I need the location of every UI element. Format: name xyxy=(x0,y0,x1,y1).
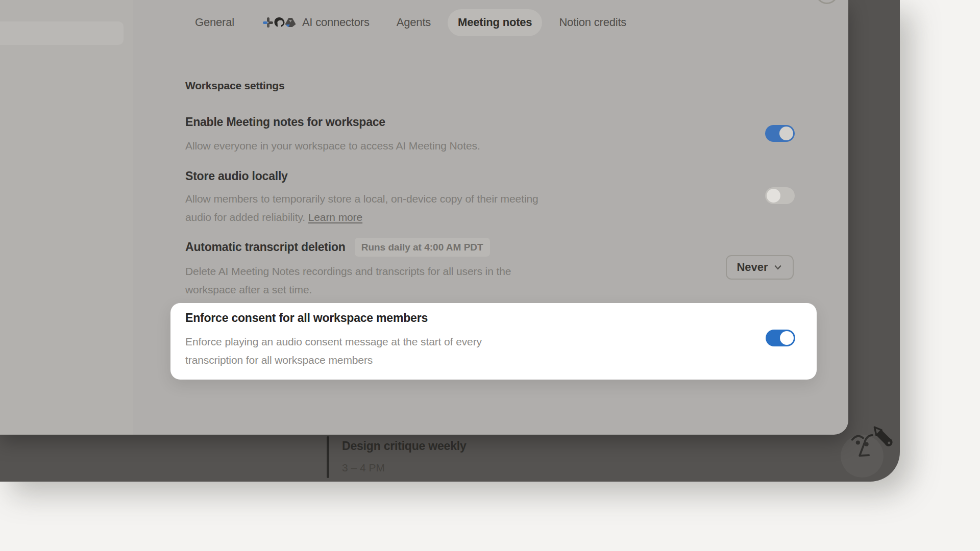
enable-meeting-notes-title: Enable Meeting notes for workspace xyxy=(185,115,385,129)
drive-icon xyxy=(284,16,297,29)
store-audio-description-line2-text: audio for added reliability. xyxy=(185,211,308,223)
enable-meeting-notes-description: Allow everyone in your workspace to acce… xyxy=(185,137,480,155)
tab-ai-connectors-label: AI connectors xyxy=(302,16,370,29)
store-audio-toggle[interactable] xyxy=(765,187,795,204)
section-heading: Workspace settings xyxy=(185,80,284,92)
enforce-consent-title: Enforce consent for all workspace member… xyxy=(185,311,428,325)
screen: Design critique weekly 3 – 4 PM xyxy=(0,0,980,551)
settings-tab-bar: General xyxy=(185,9,636,36)
notion-face-pencil-icon xyxy=(840,421,897,479)
sidebar-selected-item[interactable] xyxy=(0,21,124,45)
connector-icons xyxy=(261,16,297,29)
tab-meeting-notes[interactable]: Meeting notes xyxy=(448,9,542,36)
transcript-deletion-description-line2: workspace after a set time. xyxy=(185,281,511,299)
toggle-knob xyxy=(767,189,780,203)
transcript-deletion-description: Delete AI Meeting Notes recordings and t… xyxy=(185,262,511,299)
store-audio-description-line2: audio for added reliability. Learn more xyxy=(185,208,538,227)
enforce-consent-description-line1: Enforce playing an audio consent message… xyxy=(185,333,482,351)
deletion-interval-value: Never xyxy=(737,261,768,274)
enforce-consent-description-line2: transcription for all workspace members xyxy=(185,351,482,369)
schedule-badge: Runs daily at 4:00 AM PDT xyxy=(355,238,490,257)
chevron-down-icon xyxy=(773,262,783,272)
deletion-interval-dropdown[interactable]: Never xyxy=(726,255,794,280)
calendar-event-color-bar xyxy=(327,436,329,478)
setting-row-enforce-consent: Enforce consent for all workspace member… xyxy=(170,303,817,380)
settings-sidebar xyxy=(0,0,133,435)
toggle-knob xyxy=(780,331,794,345)
settings-modal: General xyxy=(0,0,848,435)
transcript-deletion-header: Automatic transcript deletion Runs daily… xyxy=(185,238,490,257)
transcript-deletion-description-line1: Delete AI Meeting Notes recordings and t… xyxy=(185,262,511,281)
transcript-deletion-title: Automatic transcript deletion xyxy=(185,240,346,254)
store-audio-description: Allow members to temporarily store a loc… xyxy=(185,190,538,227)
enforce-consent-toggle[interactable] xyxy=(766,330,795,346)
store-audio-title: Store audio locally xyxy=(185,169,288,183)
calendar-event-title: Design critique weekly xyxy=(342,439,467,453)
tab-ai-connectors[interactable]: AI connectors xyxy=(251,9,380,36)
clipped-button-arc xyxy=(816,0,838,4)
store-audio-description-line1: Allow members to temporarily store a loc… xyxy=(185,190,538,208)
tab-agents[interactable]: Agents xyxy=(386,9,441,36)
toggle-knob xyxy=(779,127,793,140)
tab-notion-credits[interactable]: Notion credits xyxy=(549,9,636,36)
calendar-event-time: 3 – 4 PM xyxy=(342,462,385,474)
doodle-highlight-circle xyxy=(841,435,884,478)
tab-general[interactable]: General xyxy=(185,9,244,36)
enforce-consent-description: Enforce playing an audio consent message… xyxy=(185,333,482,369)
learn-more-link[interactable]: Learn more xyxy=(308,211,362,223)
enable-meeting-notes-toggle[interactable] xyxy=(765,125,795,142)
